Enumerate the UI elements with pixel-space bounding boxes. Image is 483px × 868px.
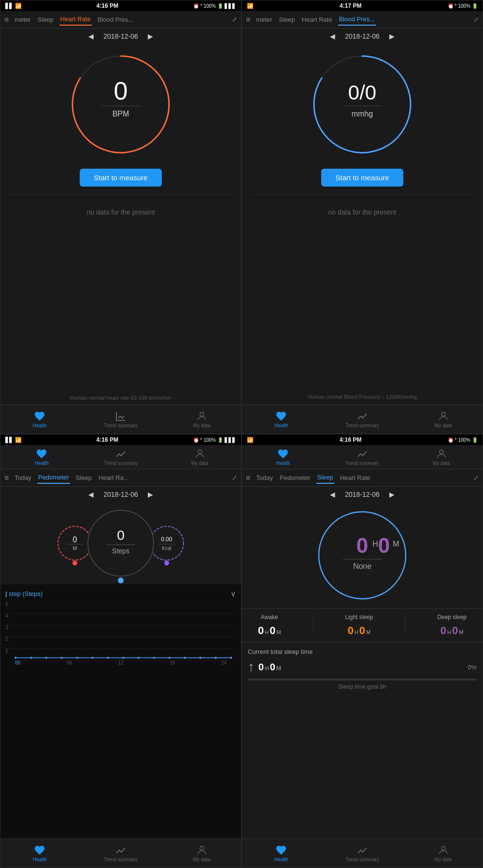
deep-m: 0 [452, 624, 458, 637]
awake-m: 0 [270, 624, 275, 637]
health-icon-q1 [34, 410, 45, 422]
nav-mydata-label-q1: My data [193, 423, 211, 428]
menu-icon-q4[interactable]: ≡ [246, 474, 250, 482]
bluetooth-icon-q4: * [455, 437, 457, 443]
alarm-icon-q4: ⏰ [448, 437, 454, 443]
svg-text:0: 0 [73, 535, 77, 544]
tab-sleep-q1[interactable]: Sleep [37, 14, 55, 25]
date-next-q2[interactable]: ▶ [389, 32, 395, 40]
nav-mydata-q1[interactable]: My data [187, 410, 216, 428]
nav-health-bottom-q4[interactable]: Health [267, 844, 296, 862]
bottom-nav-q4: Health Trend summary My data [242, 839, 483, 868]
date-next-q3[interactable]: ▶ [148, 491, 153, 498]
status-bar-q3: ▋▋ 📶 4:16 PM ⏰ * 100% 🔋 ▋▋▋ [0, 434, 241, 445]
nav-mydata-bottom-q3[interactable]: My data [187, 844, 216, 862]
no-data-q2: no data for the present [242, 199, 483, 226]
tab-bp-q2[interactable]: Blood Pres... [338, 14, 376, 26]
nav-trend-q2[interactable]: Trend summary [345, 410, 379, 428]
nav-mydata-bottom-q4[interactable]: My data [429, 844, 458, 862]
sleep-categories: Awake 0 H 0 M Light sleep 0 H 0 M Deep s… [242, 608, 483, 642]
gauge-q2: 0/0 mmhg [242, 44, 483, 165]
nav-health-q1[interactable]: Health [25, 410, 54, 428]
menu-icon-q2[interactable]: ≡ [246, 15, 250, 24]
svg-point-61 [441, 846, 445, 850]
dot-blue [118, 578, 124, 583]
external-icon-q3[interactable]: ⤢ [232, 474, 237, 481]
tab-heartrate-q1[interactable]: Heart Rate [59, 14, 92, 26]
wifi-icon-q2: 📶 [247, 3, 254, 9]
nav-trend-q1[interactable]: Trend summary [104, 410, 138, 428]
deep-m-unit: M [459, 629, 463, 635]
tab-heartrate-q2[interactable]: Heart Rate [301, 14, 333, 25]
nav-trend-bottom-q4[interactable]: Trend summary [345, 844, 379, 862]
mini-health-q3[interactable]: Health [27, 448, 56, 466]
gauge-q1: 0 BPM [0, 44, 241, 165]
measure-btn-q2[interactable]: Start to measure [321, 169, 404, 187]
nav-trend-bottom-q3[interactable]: Trend summary [104, 844, 138, 862]
nav-health-bottom-label-q4: Health [274, 857, 288, 862]
spacer-q4 [242, 696, 483, 839]
nav-health-q2[interactable]: Health [267, 410, 296, 428]
menu-icon-q3[interactable]: ≡ [4, 474, 9, 482]
tab-bp-q1[interactable]: Blood Pres... [97, 14, 134, 25]
mini-mydata-q3[interactable]: My data [185, 448, 214, 466]
measure-btn-q1[interactable]: Start to measure [80, 169, 162, 187]
external-icon-q2[interactable]: ⤢ [473, 16, 479, 23]
sleep-progress-bar-container [248, 679, 477, 680]
menu-icon-q1[interactable]: ≡ [4, 15, 9, 24]
svg-text:2: 2 [5, 637, 8, 642]
external-icon-q4[interactable]: ⤢ [473, 474, 479, 481]
nav-mydata-q2[interactable]: My data [429, 410, 458, 428]
svg-text:H: H [372, 540, 378, 548]
external-icon-q1[interactable]: ⤢ [232, 16, 237, 23]
wifi-icon-q3: 📶 [15, 437, 22, 443]
tab-heartrate-q4[interactable]: Heart Rate [339, 472, 371, 483]
date-prev-q4[interactable]: ◀ [330, 491, 335, 498]
nav-health-bottom-q3[interactable]: Health [25, 844, 54, 862]
sleep-cat-awake: Awake 0 H 0 M [258, 614, 281, 637]
svg-point-18 [88, 510, 154, 576]
bottom-nav-q2: Health Trend summary My data [242, 405, 483, 434]
mini-trend-label-q3: Trend summary [104, 461, 138, 466]
mini-trend-q4[interactable]: Trend summary [345, 448, 379, 466]
tab-today-q3[interactable]: Today [14, 472, 32, 483]
svg-point-47 [169, 657, 170, 659]
svg-point-37 [14, 657, 16, 659]
date-prev-q2[interactable]: ◀ [330, 32, 335, 40]
svg-text:Steps: Steps [112, 547, 129, 555]
date-prev-q3[interactable]: ◀ [88, 491, 94, 498]
tab-heartrate-q3[interactable]: Heart Ra... [98, 472, 130, 483]
svg-point-40 [61, 657, 63, 659]
svg-point-12 [198, 450, 202, 454]
tab-meter-q1[interactable]: meter [14, 14, 31, 25]
tab-meter-q2[interactable]: meter [255, 14, 273, 25]
sleep-time-display: 0 H 0 M [258, 662, 281, 673]
mydata-bottom-icon-q3 [196, 844, 208, 856]
date-q4: 2018-12-06 [345, 491, 380, 498]
nav-health-label-q2: Health [274, 423, 288, 428]
current-sleep-m: 0 [270, 662, 275, 673]
svg-text:5: 5 [5, 602, 8, 607]
mini-mydata-q4[interactable]: My data [427, 448, 456, 466]
alarm-icon-q3: ⏰ [193, 437, 199, 443]
date-prev-q1[interactable]: ◀ [88, 32, 94, 40]
tab-sleep-q3[interactable]: Sleep [75, 472, 93, 483]
status-time-q1: 4:16 PM [97, 2, 118, 9]
light-value-row: 0 H 0 M [348, 624, 371, 637]
svg-text:0: 0 [356, 534, 368, 557]
mini-health-q4[interactable]: Health [269, 448, 298, 466]
date-next-q4[interactable]: ▶ [389, 491, 395, 498]
svg-text:M: M [393, 540, 399, 548]
mini-nav-q3: Health Trend summary My data [0, 445, 241, 469]
tab-pedometer-q3[interactable]: Pedometer [37, 472, 70, 484]
svg-point-52 [200, 846, 204, 850]
tab-sleep-q4[interactable]: Sleep [316, 472, 334, 484]
svg-point-53 [440, 450, 443, 454]
tab-today-q4[interactable]: Today [255, 472, 274, 483]
mini-trend-q3[interactable]: Trend summary [104, 448, 138, 466]
battery-icon-q3: 🔋 [217, 437, 223, 443]
date-next-q1[interactable]: ▶ [148, 32, 153, 40]
tab-pedometer-q4[interactable]: Pedometer [279, 472, 312, 483]
chart-chevron[interactable]: ∨ [230, 589, 236, 598]
tab-sleep-q2[interactable]: Sleep [278, 14, 296, 25]
